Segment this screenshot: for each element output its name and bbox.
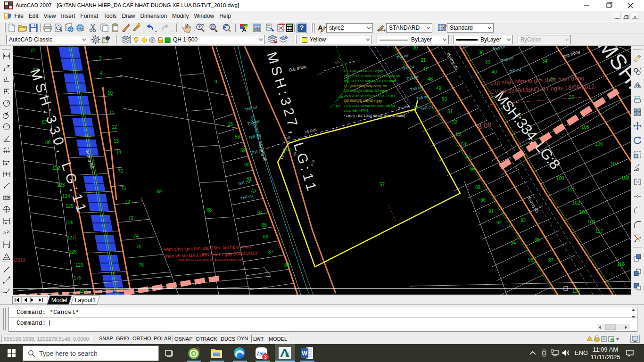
svg-text:25/2/2016 vv thỏa thuận phương: 25/2/2016 vv thỏa thuận phương án bbox=[344, 74, 400, 78]
svg-text:7/06/2016 vv thu hồi phần đất: 7/06/2016 vv thu hồi phần đất đã bbox=[344, 104, 396, 108]
svg-text:26/5/2016 vv tiếp nhận CS HTKT: 26/5/2016 vv tiếp nhận CS HTKT. bbox=[344, 94, 396, 98]
svg-text:103: 103 bbox=[579, 210, 587, 215]
svg-text:123: 123 bbox=[57, 182, 65, 188]
svg-text:108: 108 bbox=[621, 175, 629, 181]
svg-text:51: 51 bbox=[447, 109, 453, 114]
svg-text:A7: A7 bbox=[336, 104, 340, 108]
svg-text:53: 53 bbox=[456, 132, 462, 137]
svg-text:Thổ cư: Thổ cư bbox=[416, 94, 429, 101]
svg-text:104: 104 bbox=[587, 219, 595, 224]
svg-text:59: 59 bbox=[240, 148, 246, 153]
svg-text:72: 72 bbox=[125, 199, 131, 205]
svg-text:34: 34 bbox=[542, 58, 548, 64]
svg-text:105: 105 bbox=[581, 124, 589, 130]
svg-text:101: 101 bbox=[567, 187, 575, 192]
svg-text:92: 92 bbox=[496, 220, 502, 225]
svg-text:thực hiện HTKT.: thực hiện HTKT. bbox=[344, 108, 369, 113]
svg-text:Trụ-XM: Trụ-XM bbox=[398, 105, 410, 110]
svg-text:81: 81 bbox=[31, 48, 37, 53]
svg-text:4: 4 bbox=[100, 71, 103, 76]
svg-text:MSH:327, LG:11: MSH:327, LG:11 bbox=[264, 50, 320, 196]
svg-text:38: 38 bbox=[479, 50, 484, 55]
svg-text:55: 55 bbox=[466, 154, 471, 159]
svg-text:47: 47 bbox=[423, 67, 429, 72]
svg-text:40: 40 bbox=[492, 69, 497, 74]
svg-text:A: A bbox=[5, 222, 7, 225]
svg-text:14: 14 bbox=[116, 150, 122, 155]
svg-text:129: 129 bbox=[75, 263, 83, 268]
svg-text:91: 91 bbox=[488, 209, 494, 214]
svg-text:74: 74 bbox=[133, 233, 139, 239]
svg-text:MSH: 665 QĐ 1202/UBND-ĐT. ▐ 20: MSH: 665 QĐ 1202/UBND-ĐT. ▐ 2013 phải dạ… bbox=[178, 258, 243, 262]
svg-text:QĐ 945/QĐ-UBND-ĐT ngày: QĐ 945/QĐ-UBND-ĐT ngày bbox=[344, 89, 388, 93]
svg-text:* Lưu ý : Bđ 1.500 đo có. (kũa: * Lưu ý : Bđ 1.500 đo có. (kũa lai xanh) bbox=[344, 114, 405, 118]
svg-text:LG: Mái cổng may đồng 7m.: LG: Mái cổng may đồng 7m. bbox=[344, 84, 388, 88]
svg-text:49: 49 bbox=[436, 86, 442, 91]
svg-text:107: 107 bbox=[611, 161, 619, 166]
svg-text:A: A bbox=[3, 230, 6, 235]
svg-text:Đất trống: Đất trống bbox=[562, 49, 580, 59]
svg-text:76: 76 bbox=[139, 263, 144, 268]
svg-text:175: 175 bbox=[74, 275, 82, 280]
svg-text:97: 97 bbox=[548, 258, 554, 263]
svg-text:Thổ cư: Thổ cư bbox=[237, 179, 251, 187]
svg-text:65: 65 bbox=[262, 222, 267, 228]
svg-text:60: 60 bbox=[244, 162, 250, 167]
svg-text:9: 9 bbox=[215, 79, 217, 84]
svg-text:117: 117 bbox=[595, 229, 603, 234]
svg-text:58: 58 bbox=[235, 134, 240, 140]
svg-text:QĐ 909/QĐ-UBND ngày: QĐ 909/QĐ-UBND ngày bbox=[344, 99, 382, 103]
svg-text:66: 66 bbox=[263, 234, 269, 239]
svg-text:75: 75 bbox=[136, 244, 142, 249]
svg-text:Thổ cư: Thổ cư bbox=[401, 64, 415, 72]
svg-text:Lộ Giới: Lộ Giới bbox=[305, 127, 317, 134]
svg-text:CV 1640/UBND-ĐT ngày: CV 1640/UBND-ĐT ngày bbox=[344, 69, 383, 73]
svg-text:118: 118 bbox=[617, 262, 625, 267]
svg-text:Thổ cư: Thổ cư bbox=[508, 67, 522, 74]
svg-text:68: 68 bbox=[206, 207, 212, 213]
svg-text:130: 130 bbox=[79, 288, 87, 294]
svg-text:69: 69 bbox=[157, 189, 162, 194]
svg-text:39: 39 bbox=[485, 59, 491, 65]
svg-text:đầu tư HTKT của bà Lê Thị Hoàn: đầu tư HTKT của bà Lê Thị Hoàn. bbox=[344, 79, 397, 83]
svg-text:128: 128 bbox=[69, 249, 77, 255]
svg-text:Thổ cư: Thổ cư bbox=[420, 104, 434, 112]
svg-text:10: 10 bbox=[107, 90, 113, 96]
svg-text:15: 15 bbox=[228, 122, 233, 127]
svg-text:73: 73 bbox=[128, 215, 134, 221]
svg-text:A10: A10 bbox=[285, 148, 292, 152]
svg-text:54: 54 bbox=[461, 142, 467, 147]
svg-text:Thổ cư: Thổ cư bbox=[493, 46, 506, 52]
svg-text:đường đỏ: đường đỏ bbox=[446, 52, 459, 71]
svg-text:Thổ cư: Thổ cư bbox=[244, 105, 258, 112]
svg-text:102: 102 bbox=[572, 200, 580, 206]
svg-text:12: 12 bbox=[112, 124, 117, 130]
svg-text:21: 21 bbox=[421, 58, 426, 63]
svg-text:67: 67 bbox=[268, 249, 274, 255]
svg-text:84: 84 bbox=[284, 263, 290, 268]
svg-text:5.5: 5.5 bbox=[335, 60, 340, 65]
svg-text:A6: A6 bbox=[339, 95, 343, 99]
svg-text:93: 93 bbox=[520, 218, 526, 223]
svg-text:50: 50 bbox=[442, 97, 447, 102]
svg-text:127: 127 bbox=[67, 235, 75, 240]
svg-text:64: 64 bbox=[257, 210, 263, 215]
svg-text:90: 90 bbox=[480, 197, 486, 203]
svg-text:52: 52 bbox=[452, 120, 458, 125]
svg-text:3: 3 bbox=[99, 56, 102, 61]
svg-text:106: 106 bbox=[595, 141, 603, 147]
svg-text:70: 70 bbox=[118, 169, 124, 174]
svg-text:88: 88 bbox=[45, 140, 51, 145]
svg-text:95: 95 bbox=[535, 238, 540, 243]
svg-text:13: 13 bbox=[114, 139, 119, 144]
svg-text:48: 48 bbox=[428, 76, 433, 82]
svg-text:/2013: /2013 bbox=[14, 258, 25, 263]
svg-text:Thổ cư: Thổ cư bbox=[240, 193, 254, 201]
svg-text:100: 100 bbox=[556, 176, 564, 181]
svg-text:11: 11 bbox=[109, 111, 115, 116]
svg-text:Đất trống: Đất trống bbox=[289, 64, 306, 72]
svg-text:?: ? bbox=[300, 24, 304, 32]
svg-text:A12: A12 bbox=[414, 105, 421, 109]
svg-text:94: 94 bbox=[511, 240, 516, 246]
svg-text:20: 20 bbox=[413, 46, 418, 50]
